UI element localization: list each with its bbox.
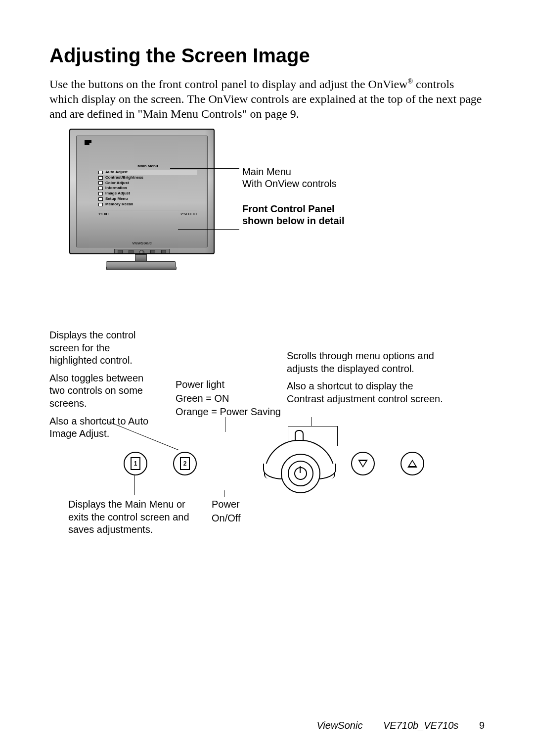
chevron-down-icon: [358, 460, 368, 468]
leader-line: [337, 426, 338, 446]
footer-page-number: 9: [479, 720, 485, 731]
power-button: [288, 461, 313, 486]
mini-button: [150, 250, 155, 254]
chevron-up-icon: [407, 460, 417, 468]
button-2-label: 2: [180, 457, 190, 470]
monitor-stand-base: [106, 261, 176, 270]
osd-item-contrast: Contrast/Brightness: [98, 175, 197, 181]
leader-line: [312, 417, 312, 426]
monitor-bezel: Main Menu Auto Adjust Contrast/Brightnes…: [69, 129, 215, 254]
callout-power-light: Power light Green = ON Orange = Power Sa…: [176, 378, 289, 424]
leader-line: [134, 475, 135, 495]
leader-line: [224, 490, 224, 497]
front-panel-buttons-row: 1 2: [124, 442, 430, 491]
footer-model: VE710b_VE710s: [383, 720, 458, 731]
leader-line: [288, 426, 288, 446]
power-button-ring: [281, 454, 320, 493]
osd-icon: [98, 187, 103, 190]
osd-item-memory: Memory Recall: [98, 202, 197, 207]
monitor-screen: Main Menu Auto Adjust Contrast/Brightnes…: [76, 136, 208, 247]
osd-menu: Main Menu Auto Adjust Contrast/Brightnes…: [98, 164, 197, 216]
up-arrow-button: [400, 452, 424, 475]
osd-item-auto-adjust: Auto Adjust: [98, 170, 197, 175]
power-button-base: [264, 440, 335, 478]
osd-icon: [98, 176, 103, 180]
callout-arrow-buttons: Scrolls through menu options and adjusts…: [287, 350, 445, 410]
leader-line: [225, 417, 225, 432]
leader-line: [178, 229, 239, 230]
power-led-icon: [295, 430, 304, 441]
callout-power-onoff: Power On/Off: [212, 498, 271, 529]
osd-item-information: Information: [98, 186, 197, 191]
osd-item-image: Image Adjust: [98, 191, 197, 196]
page-footer: ViewSonic VE710b_VE710s 9: [0, 720, 534, 731]
power-icon: [294, 467, 307, 480]
down-arrow-button: [351, 452, 375, 475]
callout-button-2-description: Displays the control screen for the high…: [49, 329, 158, 445]
callout-front-control-panel: Front Control Panel shown below in detai…: [242, 203, 345, 227]
leader-line: [170, 168, 239, 169]
osd-icon: [98, 192, 103, 195]
callout-main-menu: Main Menu With OnView controls: [242, 166, 337, 189]
mini-power-button: [139, 250, 144, 255]
osd-item-color: Color Adjust: [98, 181, 197, 186]
monitor-stand-neck: [135, 254, 147, 261]
osd-separator: [98, 210, 197, 210]
mini-button: [118, 250, 123, 254]
monitor-figure: Main Menu Auto Adjust Contrast/Brightnes…: [69, 129, 213, 270]
osd-title: Main Menu: [98, 164, 197, 168]
button-2: 2: [173, 452, 197, 475]
footer-brand: ViewSonic: [316, 720, 362, 731]
front-panel-detail: Displays the control screen for the high…: [49, 329, 485, 537]
registered-mark: ®: [407, 78, 413, 85]
mini-button: [161, 250, 166, 254]
monitor-bottom-buttons: [114, 249, 170, 254]
button-1-label: 1: [131, 457, 140, 470]
page-title: Adjusting the Screen Image: [49, 45, 485, 67]
monitor-brand-label: ViewSonic: [77, 241, 207, 245]
manual-page: Adjusting the Screen Image Use the butto…: [0, 0, 534, 756]
leader-line: [288, 426, 337, 426]
osd-exit-hint: 1:EXIT: [98, 212, 109, 216]
osd-footer: 1:EXIT 2:SELECT: [98, 212, 197, 216]
osd-icon: [98, 203, 103, 206]
vendor-corner-logo: [85, 140, 91, 145]
callout-button-1-description: Displays the Main Menu or exits the cont…: [68, 498, 197, 541]
mini-button: [129, 250, 134, 254]
intro-paragraph: Use the buttons on the front control pan…: [49, 77, 485, 121]
osd-item-setup: Setup Menu: [98, 196, 197, 202]
osd-icon: [98, 171, 103, 174]
osd-select-hint: 2:SELECT: [180, 212, 197, 216]
osd-icon: [98, 181, 103, 185]
power-button-assembly: [264, 430, 333, 489]
osd-icon: [98, 197, 103, 201]
intro-text-prefix: Use the buttons on the front control pan…: [49, 78, 407, 91]
button-1: 1: [124, 452, 147, 475]
